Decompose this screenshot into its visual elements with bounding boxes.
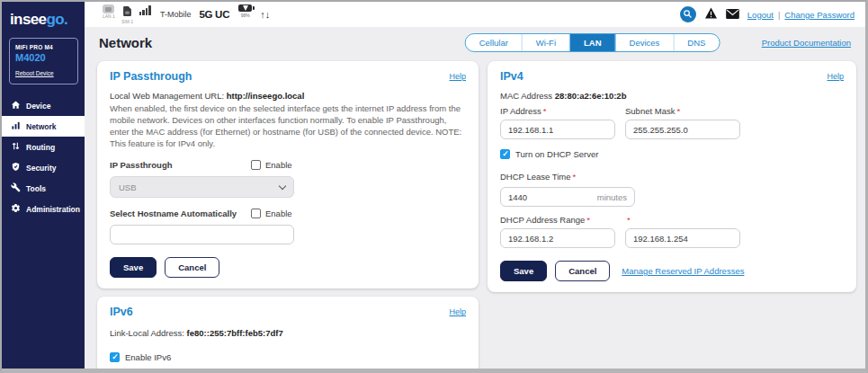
right-column: IPv4 Help MAC Address 28:80:a2:6e:10:2b …: [488, 61, 856, 292]
sidebar-item-administration[interactable]: Administration: [2, 199, 85, 219]
ip-passthrough-enable-checkbox[interactable]: [251, 160, 261, 170]
link-local-value: fe80::255:7bff:feb5:7df7: [187, 328, 283, 338]
enable-ipv6-checkbox[interactable]: [110, 352, 120, 362]
required-marker: *: [586, 215, 590, 225]
carrier-name: T-Mobile: [160, 10, 192, 19]
dhcp-range-end-input[interactable]: [625, 228, 740, 248]
dhcp-server-row: Turn on DHCP Server: [500, 149, 844, 159]
product-documentation-link[interactable]: Product Documentation: [762, 38, 851, 48]
reboot-device-link[interactable]: Reboot Device: [15, 70, 54, 76]
tab-dns[interactable]: DNS: [674, 34, 719, 51]
help-link[interactable]: Help: [449, 72, 466, 81]
change-password-link[interactable]: Change Password: [784, 10, 855, 20]
manage-reserved-ip-link[interactable]: Manage Reserved IP Addresses: [622, 266, 744, 276]
hostname-auto-row: Select Hostname Automatically Enable: [110, 209, 466, 218]
interface-select[interactable]: USB: [110, 176, 294, 198]
save-button[interactable]: Save: [500, 261, 547, 281]
sidebar-item-label: Administration: [26, 205, 80, 214]
lease-time-field: DHCP Lease Time* 1440 minutes: [500, 167, 844, 207]
lease-time-value: 1440: [508, 192, 527, 202]
sidebar-item-routing[interactable]: Routing: [2, 137, 85, 157]
ip-passthrough-enable-row: IP Passthrough Enable: [110, 160, 466, 170]
subnet-mask-field: Subnet Mask*: [625, 106, 740, 139]
logo-text-blue: go.: [46, 11, 67, 28]
required-marker: *: [627, 215, 631, 225]
dhcp-server-checkbox[interactable]: [500, 149, 510, 159]
save-button[interactable]: Save: [110, 257, 157, 278]
hostname-auto-enable-checkbox[interactable]: [251, 209, 261, 218]
ipv6-card: IPv6 Help Link-Local Address: fe80::255:…: [97, 297, 479, 373]
tab-wifi[interactable]: Wi-Fi: [523, 34, 570, 51]
ip-address-field: IP Address*: [500, 106, 615, 139]
dhcp-range-label: DHCP Address Range*: [500, 215, 625, 225]
subnet-mask-input[interactable]: [625, 120, 740, 139]
sidebar-item-label: Security: [26, 164, 57, 173]
app-window: inseego. MiFi PRO M4 M4020 Reboot Device…: [0, 0, 868, 373]
ip-address-label: IP Address*: [500, 106, 615, 116]
sidebar-item-security[interactable]: Security: [2, 157, 85, 178]
sidebar-item-tools[interactable]: Tools: [2, 178, 85, 199]
search-icon: [683, 6, 693, 22]
enable-ipv6-label: Enable IPv6: [125, 352, 171, 362]
logout-link[interactable]: Logout: [747, 10, 774, 20]
messages-button[interactable]: [726, 6, 739, 22]
sidebar-item-label: Device: [26, 102, 50, 111]
ip-passthrough-description: When enabled, the first device on the se…: [110, 102, 466, 149]
signal-strength-icon: [139, 5, 151, 15]
cancel-button[interactable]: Cancel: [555, 261, 610, 281]
interface-selected-value: USB: [119, 182, 137, 192]
logo-text-white: insee: [10, 11, 46, 28]
search-button[interactable]: [680, 6, 696, 22]
enable-label: Enable: [265, 209, 292, 218]
lease-time-input[interactable]: 1440 minutes: [500, 187, 635, 207]
enable-group: Enable: [251, 160, 292, 170]
inseego-logo: inseego.: [2, 2, 85, 36]
sidebar-item-network[interactable]: Network: [2, 116, 85, 137]
card-title: IP Passthrough: [110, 70, 192, 83]
lan-label: LAN 1: [103, 14, 115, 19]
home-icon: [11, 100, 21, 111]
sim-card-icon: [123, 4, 131, 19]
mac-address-line: MAC Address 28:80:a2:6e:10:2b: [500, 91, 844, 101]
signal-bars-icon: [11, 120, 21, 132]
battery-percent: 98%: [241, 13, 250, 18]
button-row: Save Cancel: [110, 257, 466, 278]
alert-button[interactable]: [704, 6, 718, 22]
enable-label: Enable: [265, 160, 292, 170]
tab-cellular[interactable]: Cellular: [466, 34, 523, 51]
local-web-url-line: Local Web Management URL: http://inseego…: [110, 91, 466, 101]
card-title: IPv6: [110, 306, 133, 318]
left-column: IP Passthrough Help Local Web Management…: [97, 61, 479, 373]
sidebar-item-device[interactable]: Device: [2, 95, 85, 116]
dhcp-range-start-input[interactable]: [500, 228, 615, 248]
main-area: LAN 1 SIM 1 T-Mobile 5G UC 98% ↑↓: [85, 2, 865, 369]
link-separator: |: [778, 10, 780, 20]
range-inputs-row: [500, 228, 844, 248]
ip-address-input[interactable]: [500, 120, 615, 139]
shield-icon: [11, 162, 21, 173]
battery-status: 98%: [238, 4, 252, 18]
data-transfer-icon: ↑↓: [260, 9, 270, 20]
lan-status: LAN 1: [103, 4, 115, 19]
cancel-button[interactable]: Cancel: [165, 257, 219, 278]
page-title: Network: [99, 35, 152, 50]
page-header: Network Cellular Wi-Fi LAN Devices DNS P…: [85, 27, 865, 56]
ipv4-card: IPv4 Help MAC Address 28:80:a2:6e:10:2b …: [488, 61, 856, 292]
help-link[interactable]: Help: [449, 307, 466, 316]
button-row: Save Cancel Manage Reserved IP Addresses: [500, 261, 844, 281]
tab-lan[interactable]: LAN: [570, 34, 616, 51]
link-local-line: Link-Local Address: fe80::255:7bff:feb5:…: [110, 328, 466, 338]
sidebar-item-label: Network: [26, 122, 57, 131]
card-header: IP Passthrough Help: [110, 70, 466, 83]
hostname-auto-label: Select Hostname Automatically: [110, 209, 251, 218]
link-local-label: Link-Local Address:: [110, 328, 184, 338]
local-web-url-label: Local Web Management URL:: [110, 91, 224, 101]
sidebar-nav: Device Network Routing Security Tools Ad…: [2, 95, 85, 219]
hostname-input[interactable]: [110, 225, 294, 244]
dhcp-server-label: Turn on DHCP Server: [515, 149, 598, 159]
session-links: Logout | Change Password: [747, 10, 855, 20]
help-link[interactable]: Help: [827, 72, 844, 81]
card-title: IPv4: [500, 70, 523, 83]
tab-devices[interactable]: Devices: [616, 34, 675, 51]
required-marker: *: [676, 106, 680, 116]
